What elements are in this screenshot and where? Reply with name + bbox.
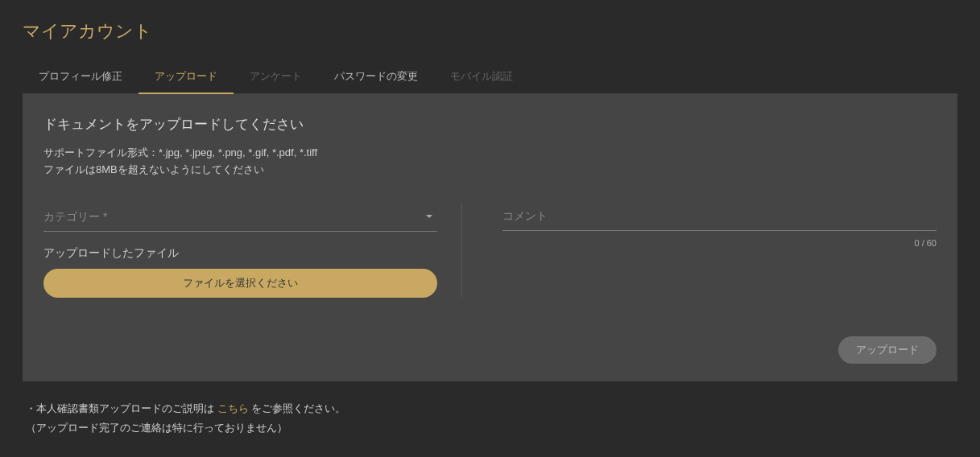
comment-input[interactable]: コメント: [502, 203, 937, 231]
uploaded-label: アップロードしたファイル: [43, 246, 437, 261]
footer-notes: ・本人確認書類アップロードのご説明は こちら をご参照ください。 （アップロード…: [23, 399, 957, 438]
category-label: カテゴリー *: [43, 210, 107, 223]
footer-note-2: （アップロード完了のご連絡は特に行っておりません）: [26, 418, 957, 438]
tab-profile[interactable]: プロフィール修正: [23, 60, 139, 93]
char-count: 0 / 60: [914, 238, 937, 248]
tabs-bar: プロフィール修正 アップロード アンケート パスワードの変更 モバイル認証: [23, 60, 957, 94]
note1-suffix: をご参照ください。: [249, 402, 346, 414]
panel-subtext: サポートファイル形式：*.jpg, *.jpeg, *.png, *.gif, …: [43, 145, 937, 179]
footer-link-kochira[interactable]: こちら: [217, 402, 249, 414]
size-limit: ファイルは8MBを超えないようにしてください: [43, 162, 937, 179]
tab-mobile[interactable]: モバイル認証: [434, 60, 529, 93]
supported-formats: サポートファイル形式：*.jpg, *.jpeg, *.png, *.gif, …: [43, 145, 937, 162]
tab-password[interactable]: パスワードの変更: [318, 60, 434, 93]
form-left-column: カテゴリー * アップロードしたファイル ファイルを選択ください: [43, 203, 462, 298]
category-select[interactable]: カテゴリー *: [43, 203, 437, 232]
panel-title: ドキュメントをアップロードしてください: [43, 115, 937, 134]
page-title: マイアカウント: [23, 19, 957, 43]
upload-panel: ドキュメントをアップロードしてください サポートファイル形式：*.jpg, *.…: [23, 94, 957, 381]
file-select-button[interactable]: ファイルを選択ください: [43, 269, 437, 298]
form-right-column: コメント 0 / 60: [494, 203, 937, 298]
tab-upload[interactable]: アップロード: [139, 60, 234, 93]
note1-prefix: ・本人確認書類アップロードのご説明は: [26, 402, 217, 414]
upload-button[interactable]: アップロード: [838, 336, 937, 364]
chevron-down-icon: [426, 215, 432, 218]
tab-survey[interactable]: アンケート: [234, 60, 318, 93]
footer-note-1: ・本人確認書類アップロードのご説明は こちら をご参照ください。: [26, 399, 957, 419]
